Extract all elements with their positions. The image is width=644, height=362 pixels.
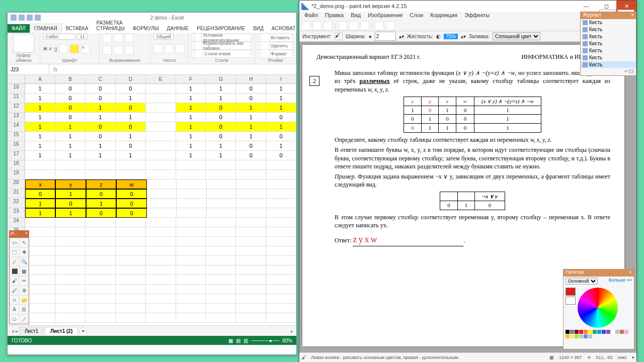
cell[interactable]: 0 (86, 208, 116, 218)
col-head[interactable]: A (25, 75, 55, 83)
cell[interactable] (55, 170, 86, 179)
color-swatch[interactable] (579, 334, 583, 338)
tab-view[interactable]: ВИД (249, 24, 268, 33)
cell[interactable]: 1 (206, 151, 236, 160)
secondary-color[interactable] (566, 297, 576, 305)
cell[interactable]: 0 (55, 113, 86, 122)
cell[interactable] (267, 189, 296, 199)
redo-icon[interactable] (35, 15, 41, 21)
name-box[interactable]: J23 (8, 64, 49, 74)
cell[interactable]: 1 (236, 122, 266, 132)
cell[interactable]: 1 (55, 151, 86, 160)
align-top[interactable] (103, 34, 112, 43)
cell[interactable] (116, 304, 146, 313)
cell[interactable] (86, 160, 116, 170)
status-unit[interactable]: пикс (618, 355, 627, 360)
palette-mode[interactable]: Основной (566, 278, 598, 285)
cell[interactable] (236, 189, 266, 199)
cell[interactable] (55, 275, 86, 285)
color-swatch[interactable] (566, 330, 570, 334)
cell[interactable] (146, 160, 176, 170)
cell[interactable] (176, 285, 206, 294)
cell[interactable]: 0 (55, 84, 86, 94)
brush-icon[interactable]: 🖌 (335, 32, 343, 40)
undo-icon[interactable] (27, 15, 33, 21)
cell[interactable] (176, 294, 206, 304)
cut-icon[interactable] (338, 21, 347, 30)
cell[interactable] (176, 218, 206, 227)
cell[interactable]: 1 (25, 113, 55, 122)
tool-button[interactable]: ⊕ (19, 286, 29, 295)
currency-button[interactable] (153, 44, 163, 53)
cell[interactable]: 0 (206, 122, 236, 132)
cell[interactable] (206, 313, 236, 323)
delete-cells-button[interactable]: Удалить (258, 42, 293, 50)
menu-effects[interactable]: Эффекты (461, 12, 493, 21)
cell[interactable]: 0 (266, 132, 296, 141)
cell[interactable]: 1 (25, 84, 55, 94)
cell[interactable] (25, 237, 55, 246)
cell[interactable] (236, 256, 266, 265)
cell[interactable]: 0 (206, 103, 236, 113)
cell[interactable]: y (55, 179, 86, 189)
cell[interactable]: 0 (116, 199, 146, 208)
cell[interactable] (146, 275, 176, 285)
cell[interactable] (55, 294, 86, 304)
paste-button[interactable] (13, 34, 34, 53)
row-head[interactable]: 14 (8, 122, 25, 132)
cell[interactable]: 0 (266, 151, 296, 160)
cell[interactable] (146, 237, 176, 246)
cell[interactable]: 1 (176, 84, 206, 94)
row-head[interactable]: 15 (8, 132, 25, 141)
tab-home[interactable]: ГЛАВНАЯ (30, 24, 62, 33)
cell[interactable]: 1 (25, 122, 55, 132)
col-head[interactable]: C (86, 75, 116, 83)
cell[interactable] (207, 208, 236, 218)
cell[interactable] (146, 313, 176, 323)
font-name[interactable]: Calibri (43, 34, 75, 40)
tool-button[interactable]: 🧽 (19, 295, 29, 305)
cell[interactable] (206, 294, 236, 304)
cell[interactable] (55, 218, 86, 227)
cell[interactable]: 1 (176, 122, 206, 132)
cell[interactable]: 1 (55, 141, 86, 151)
cell[interactable] (86, 256, 116, 265)
cell[interactable] (266, 313, 296, 323)
row-head[interactable]: 22 (8, 199, 25, 208)
color-swatch[interactable] (615, 330, 619, 334)
color-swatch[interactable] (575, 330, 579, 334)
cell[interactable] (176, 313, 206, 323)
menu-adjust[interactable]: Коррекция (427, 12, 460, 21)
save-icon[interactable] (19, 15, 25, 21)
italic-button[interactable]: К (49, 46, 52, 51)
cell[interactable]: 0 (116, 103, 146, 113)
tool-button[interactable]: A (10, 305, 19, 314)
width-stepper[interactable]: ▴▾ (399, 34, 404, 39)
history-item[interactable]: Кисть (581, 40, 636, 47)
cell[interactable] (177, 199, 206, 208)
cell[interactable] (25, 256, 55, 265)
cell[interactable]: 1 (206, 84, 236, 94)
cell[interactable] (116, 170, 146, 179)
tool-button[interactable]: ▦ (19, 266, 29, 276)
cell[interactable] (116, 160, 146, 170)
history-close-icon[interactable]: × (631, 12, 634, 19)
tool-button[interactable]: ▭ (10, 238, 19, 247)
col-head[interactable] (8, 75, 25, 83)
cell[interactable] (176, 256, 206, 265)
cell[interactable]: 0 (55, 103, 86, 113)
format-table-button[interactable]: Форматировать как таблицу (192, 42, 252, 50)
color-swatch[interactable] (566, 334, 570, 338)
cell[interactable]: 1 (116, 113, 146, 122)
cell[interactable]: 1 (176, 132, 206, 141)
menu-edit[interactable]: Правка (322, 12, 347, 21)
cell[interactable] (176, 160, 206, 170)
cell[interactable] (147, 199, 177, 208)
cell[interactable] (86, 218, 116, 227)
tab-layout[interactable]: РАЗМЕТКА СТРАНИЦЫ (93, 19, 129, 33)
cell[interactable] (206, 304, 236, 313)
cell[interactable] (25, 170, 55, 179)
cell[interactable] (266, 275, 296, 285)
cell[interactable]: 1 (116, 132, 146, 141)
palette-more[interactable]: Больше >> (609, 278, 632, 285)
